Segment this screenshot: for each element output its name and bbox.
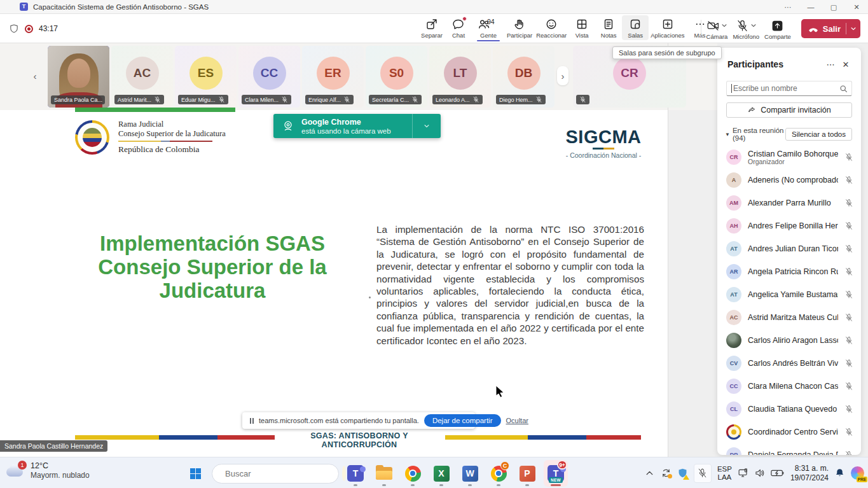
tray-date: 19/07/2024 xyxy=(790,473,829,483)
mic-off-icon[interactable] xyxy=(844,176,853,185)
participant-row[interactable]: DPDaniela Fernanda Devia Peralta xyxy=(717,443,861,455)
share-screen-icon[interactable] xyxy=(771,19,784,32)
participant-row[interactable]: AHAndres Felipe Bonilla Hernand... xyxy=(717,214,861,237)
video-tile-astrid-marit[interactable]: ACAstrid Marit... xyxy=(111,46,173,108)
taskbar-app-explorer[interactable] xyxy=(372,460,396,487)
video-tile-leonardo-a[interactable]: LTLeonardo A... xyxy=(429,46,491,108)
tray-language-indicator[interactable]: ESP LAA xyxy=(717,465,732,482)
participant-row[interactable]: CVCarlos Andrés Beltrán Viveros xyxy=(717,352,861,375)
tray-network-icon[interactable] xyxy=(738,468,748,478)
mic-off-icon[interactable] xyxy=(844,382,853,391)
tray-battery-icon[interactable] xyxy=(771,468,785,478)
video-tile-clara-milen[interactable]: CCClara Milen... xyxy=(238,46,300,108)
taskbar-app-chrome[interactable] xyxy=(401,460,425,487)
panel-more-button[interactable]: ⋯ xyxy=(823,57,838,72)
stop-sharing-button[interactable]: Dejar de compartir xyxy=(424,414,501,427)
tray-sync-icon[interactable] xyxy=(661,468,672,478)
toolbar-button-notas[interactable]: Notas xyxy=(595,15,622,40)
mic-off-icon[interactable] xyxy=(844,428,853,436)
mic-off-icon[interactable] xyxy=(844,359,853,368)
leave-options-chevron-icon[interactable] xyxy=(850,25,857,32)
search-icon[interactable] xyxy=(839,85,848,93)
filmstrip-scroll-left-icon[interactable]: ‹ xyxy=(29,66,41,85)
copilot-icon[interactable]: PRE xyxy=(851,466,864,480)
mic-control[interactable]: Micrófono xyxy=(733,19,759,40)
participant-row[interactable]: ATAngelica Yamile Bustamante T... xyxy=(717,283,861,306)
video-tile-diego-hem[interactable]: DBDiego Hem... xyxy=(493,46,555,108)
participant-row[interactable]: ARAngela Patricia Rincon Rueda xyxy=(717,260,861,283)
toolbar-button-participar[interactable]: Participar xyxy=(505,15,534,40)
camera-off-icon[interactable] xyxy=(706,19,720,32)
toolbar-button-aplicaciones[interactable]: Aplicaciones xyxy=(649,15,686,40)
camera-options-chevron-icon[interactable] xyxy=(721,22,727,29)
video-tile-sandra-paola-ca[interactable]: Sandra Paola Ca... xyxy=(48,46,109,108)
search-input[interactable] xyxy=(732,84,839,93)
video-tile-enrique-alf[interactable]: EREnrique Alf... xyxy=(302,46,364,108)
video-tile-secretar-a-c[interactable]: S0Secretaría C... xyxy=(366,46,427,108)
taskbar-app-powerpoint[interactable]: P xyxy=(515,460,539,487)
mic-off-icon[interactable] xyxy=(844,313,853,322)
start-button[interactable] xyxy=(183,461,207,486)
toolbar-button-gente[interactable]: 94Gente xyxy=(472,15,505,40)
mic-options-chevron-icon[interactable] xyxy=(750,22,757,29)
mic-off-icon[interactable] xyxy=(844,199,853,207)
chrome-camera-notification[interactable]: Google Chrome está usando la cámara web xyxy=(273,114,441,138)
hide-sharing-bar-link[interactable]: Ocultar xyxy=(506,417,528,424)
panel-close-button[interactable]: ✕ xyxy=(838,57,853,72)
filmstrip-scroll-right-icon[interactable]: › xyxy=(557,66,568,85)
taskbar-app-teams-new[interactable]: T NEW 9+ xyxy=(544,460,568,487)
tray-clock[interactable]: 8:31 a. m. 19/07/2024 xyxy=(790,464,829,483)
mute-all-button[interactable]: Silenciar a todos xyxy=(785,128,852,141)
participant-row[interactable]: AAdeneris (No comprobado) xyxy=(717,169,861,192)
participant-row[interactable]: CCClara Milena Chacon Castaño xyxy=(717,375,861,398)
taskbar-search-input[interactable] xyxy=(225,469,337,478)
mic-off-icon[interactable] xyxy=(844,336,853,345)
camera-control[interactable]: Cámara xyxy=(706,19,728,40)
share-control[interactable]: Comparte xyxy=(764,19,791,40)
participant-row[interactable]: CLClaudia Tatiana Quevedo Leal xyxy=(717,398,861,421)
tray-security-shield-icon[interactable] xyxy=(677,468,688,478)
notification-dot xyxy=(462,17,467,21)
titlebar-more-button[interactable]: ⋯ xyxy=(776,0,799,14)
weather-widget[interactable]: 1 12°C Mayorm. nublado xyxy=(5,461,90,480)
participant-search-input[interactable] xyxy=(726,81,852,96)
participant-row[interactable]: ATAndres Julian Duran Ticora xyxy=(717,237,861,260)
section-collapse-icon[interactable]: ▼ xyxy=(725,132,730,137)
tray-chevron-up-icon[interactable] xyxy=(644,468,655,478)
toolbar-button-reaccionar[interactable]: Reaccionar xyxy=(534,15,568,40)
mic-off-icon[interactable] xyxy=(844,267,853,276)
leave-button[interactable]: Salir xyxy=(801,19,860,38)
share-invitation-button[interactable]: Compartir invitación xyxy=(726,102,852,118)
mic-off-icon[interactable] xyxy=(736,19,749,32)
toolbar-button-chat[interactable]: Chat xyxy=(445,15,472,40)
chrome-banner-expand[interactable] xyxy=(413,123,441,129)
mic-off-icon[interactable] xyxy=(844,450,853,455)
mic-off-icon[interactable] xyxy=(844,221,853,230)
participant-row[interactable]: Carlos Alirio Aragon Lasso xyxy=(717,329,861,352)
tray-mic-in-use[interactable] xyxy=(694,464,712,483)
mic-off-icon[interactable] xyxy=(844,405,853,414)
mic-off-icon[interactable] xyxy=(844,290,853,299)
maximize-button[interactable]: ▢ xyxy=(822,0,845,14)
tray-speaker-icon[interactable] xyxy=(754,468,765,478)
mic-off-icon[interactable] xyxy=(844,244,853,253)
taskbar-app-teams-classic[interactable]: T xyxy=(343,460,368,487)
toolbar-button-separar[interactable]: Separar xyxy=(418,15,445,40)
participant-row[interactable]: CRCristian Camilo Bohorquez Ro...Organiz… xyxy=(717,146,861,169)
mic-off-icon[interactable] xyxy=(844,153,853,162)
video-tile-eduar-migu[interactable]: ESEduar Migu... xyxy=(175,46,237,108)
participant-row[interactable]: Coordinador Centro Servicios ... xyxy=(717,421,861,443)
camera-label: Cámara xyxy=(706,33,728,40)
participant-row[interactable]: AMAlexander Parra Murillo xyxy=(717,192,861,214)
taskbar-app-word[interactable]: W xyxy=(458,460,482,487)
close-button[interactable]: ✕ xyxy=(845,0,868,14)
toolbar-button-salas[interactable]: Salas xyxy=(622,15,649,40)
panel-title: Participantes xyxy=(727,59,823,69)
tray-notifications-bell-icon[interactable] xyxy=(834,468,845,478)
participant-row[interactable]: ACAstrid Maritza Mateus Cubides xyxy=(717,306,861,329)
minimize-button[interactable]: — xyxy=(799,0,822,14)
taskbar-app-chrome-profile[interactable]: C xyxy=(486,460,511,487)
taskbar-app-excel[interactable]: X xyxy=(429,460,453,487)
taskbar-search[interactable] xyxy=(212,464,339,484)
toolbar-button-vista[interactable]: Vista xyxy=(568,15,595,40)
